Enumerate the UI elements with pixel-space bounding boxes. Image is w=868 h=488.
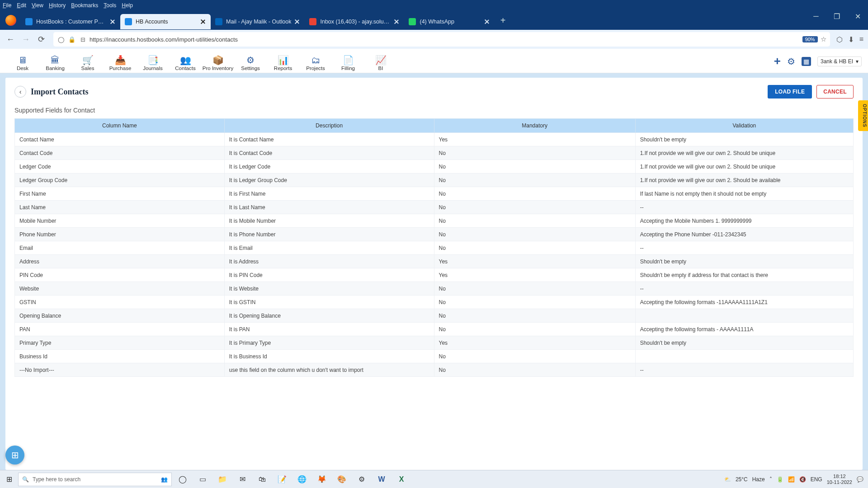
volume-icon[interactable]: 🔇 xyxy=(799,476,806,483)
reload-button[interactable]: ⟳ xyxy=(35,33,47,45)
gear-icon[interactable]: ⚙ xyxy=(787,56,795,67)
nav-label: Desk xyxy=(17,66,28,71)
downloads-icon[interactable]: ⬇ xyxy=(848,35,854,44)
nav-settings[interactable]: ⚙Settings xyxy=(234,55,267,73)
address-bar[interactable]: ◯ 🔒 ⊟ https://inaccounts.hostbooks.com/i… xyxy=(53,32,830,47)
close-tab-icon[interactable] xyxy=(393,19,400,25)
settings-taskbar-icon[interactable]: ⚙ xyxy=(354,473,370,486)
menu-edit[interactable]: Edit xyxy=(17,2,26,9)
table-cell: Opening Balance xyxy=(15,309,225,323)
table-row: PIN CodeIt is PIN CodeYesShouldn't be em… xyxy=(15,268,854,282)
store-icon[interactable]: 🛍 xyxy=(254,473,270,486)
page-back-button[interactable]: ‹ xyxy=(14,86,26,98)
menu-history[interactable]: History xyxy=(49,2,66,9)
browser-tab[interactable]: HostBooks : Customer Portal xyxy=(21,14,120,29)
nav-sales[interactable]: 🛒Sales xyxy=(71,55,104,73)
nav-contacts[interactable]: 👥Contacts xyxy=(169,55,202,73)
column-header: Validation xyxy=(635,119,853,133)
page-title: Import Contacts xyxy=(31,87,89,97)
weather-icon[interactable]: ⛅ xyxy=(724,476,731,483)
browser-tab[interactable]: (4) WhatsApp xyxy=(404,14,495,29)
forward-button[interactable]: → xyxy=(20,33,32,45)
floating-apps-button[interactable]: ⊞ xyxy=(5,446,24,465)
excel-icon[interactable]: X xyxy=(393,473,410,486)
paint-icon[interactable]: 🎨 xyxy=(334,473,350,486)
table-row: Opening BalanceIt is Opening BalanceNo xyxy=(15,309,854,323)
table-cell xyxy=(635,350,853,363)
sales-icon: 🛒 xyxy=(81,55,94,66)
table-row: Phone NumberIt is Phone NumberNoAcceptin… xyxy=(15,228,854,241)
table-row: WebsiteIt is WebsiteNo-- xyxy=(15,282,854,296)
close-tab-icon[interactable] xyxy=(200,19,206,25)
nav-reports[interactable]: 📊Reports xyxy=(267,55,299,73)
edge-icon[interactable]: 🌐 xyxy=(294,473,310,486)
notes-icon[interactable]: 📝 xyxy=(274,473,290,486)
close-window-button[interactable]: ✕ xyxy=(847,11,868,22)
weather-temp: 25°C xyxy=(736,476,748,483)
maximize-button[interactable]: ❐ xyxy=(826,11,847,22)
mail-icon[interactable]: ✉ xyxy=(234,473,250,486)
cortana-icon[interactable]: ◯ xyxy=(175,473,191,486)
table-cell: It is Opening Balance xyxy=(224,309,434,323)
tab-title: (4) WhatsApp xyxy=(420,19,481,25)
table-cell: It is PIN Code xyxy=(224,268,434,282)
table-row: Ledger CodeIt is Ledger CodeNo1.If not p… xyxy=(15,160,854,174)
nav-bi[interactable]: 📈BI xyxy=(364,55,397,73)
close-tab-icon[interactable] xyxy=(109,19,116,25)
nav-pro-inventory[interactable]: 📦Pro Inventory xyxy=(202,55,234,73)
minimize-button[interactable]: ─ xyxy=(806,11,826,22)
apps-grid-icon[interactable]: ▦ xyxy=(802,57,811,66)
battery-icon[interactable]: 🔋 xyxy=(777,476,783,483)
app-menu-icon[interactable]: ≡ xyxy=(859,35,863,44)
account-selector[interactable]: 3ank & HB EI ▾ xyxy=(817,56,862,66)
load-file-button[interactable]: LOAD FILE xyxy=(768,85,812,99)
close-tab-icon[interactable] xyxy=(294,19,300,25)
cancel-button[interactable]: CANCEL xyxy=(816,85,854,99)
firefox-menubar[interactable]: FileEditViewHistoryBookmarksToolsHelp xyxy=(0,0,868,11)
menu-view[interactable]: View xyxy=(32,2,43,9)
new-tab-button[interactable]: + xyxy=(496,14,509,27)
weather-cond: Haze xyxy=(752,476,765,483)
menu-bookmarks[interactable]: Bookmarks xyxy=(71,2,98,9)
nav-filling[interactable]: 📄Filling xyxy=(332,55,364,73)
nav-desk[interactable]: 🖥Desk xyxy=(6,55,39,73)
task-view-icon[interactable]: ▭ xyxy=(194,473,211,486)
nav-label: Projects xyxy=(306,66,325,71)
word-icon[interactable]: W xyxy=(373,473,390,486)
table-cell: Accepting the Phone Number -011-2342345 xyxy=(635,228,853,241)
taskbar-search[interactable]: 🔍 Type here to search 👥 xyxy=(18,473,172,486)
table-cell: It is PAN xyxy=(224,323,434,336)
wifi-icon[interactable]: 📶 xyxy=(788,476,795,483)
table-row: Primary TypeIt is Primary TypeYesShouldn… xyxy=(15,336,854,350)
nav-journals[interactable]: 📑Journals xyxy=(137,55,169,73)
add-button[interactable]: + xyxy=(774,54,781,68)
start-button[interactable]: ⊞ xyxy=(0,475,18,483)
clock[interactable]: 18:12 10-11-2022 xyxy=(827,474,852,485)
close-tab-icon[interactable] xyxy=(484,19,490,25)
pocket-icon[interactable]: ⬡ xyxy=(836,35,843,44)
firefox-icon xyxy=(5,15,16,26)
zoom-badge[interactable]: 90% xyxy=(802,36,818,42)
language-indicator[interactable]: ENG xyxy=(811,476,822,483)
table-cell: No xyxy=(434,146,635,160)
tray-chevron-icon[interactable]: ˄ xyxy=(769,476,772,483)
back-button[interactable]: ← xyxy=(5,33,16,45)
menu-tools[interactable]: Tools xyxy=(104,2,116,9)
options-side-tab[interactable]: OPTIONS xyxy=(858,100,868,131)
firefox-taskbar-icon[interactable]: 🦊 xyxy=(314,473,330,486)
contacts-icon: 👥 xyxy=(179,55,192,66)
browser-tab[interactable]: Inbox (16,403) - ajay.solutions@ xyxy=(305,14,404,29)
menu-help[interactable]: Help xyxy=(122,2,133,9)
table-cell: Primary Type xyxy=(15,336,225,350)
file-explorer-icon[interactable]: 📁 xyxy=(214,473,231,486)
tab-title: Mail - Ajay Malik - Outlook xyxy=(226,19,291,25)
nav-projects[interactable]: 🗂Projects xyxy=(299,55,332,73)
bookmark-star-icon[interactable]: ☆ xyxy=(821,35,826,43)
browser-tab[interactable]: HB Accounts xyxy=(120,14,211,29)
notifications-icon[interactable]: 💬 xyxy=(857,476,863,483)
browser-tab[interactable]: Mail - Ajay Malik - Outlook xyxy=(211,14,305,29)
menu-file[interactable]: File xyxy=(3,2,11,9)
nav-banking[interactable]: 🏛Banking xyxy=(39,55,71,73)
bi-icon: 📈 xyxy=(374,55,387,66)
nav-purchase[interactable]: 📥Purchase xyxy=(104,55,137,73)
